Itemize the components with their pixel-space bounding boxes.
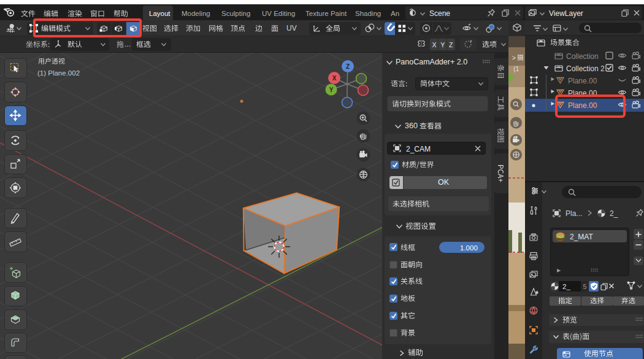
svg-text:Y: Y	[329, 87, 334, 93]
svg-text:Z: Z	[346, 63, 350, 70]
svg-text:X: X	[332, 75, 337, 82]
